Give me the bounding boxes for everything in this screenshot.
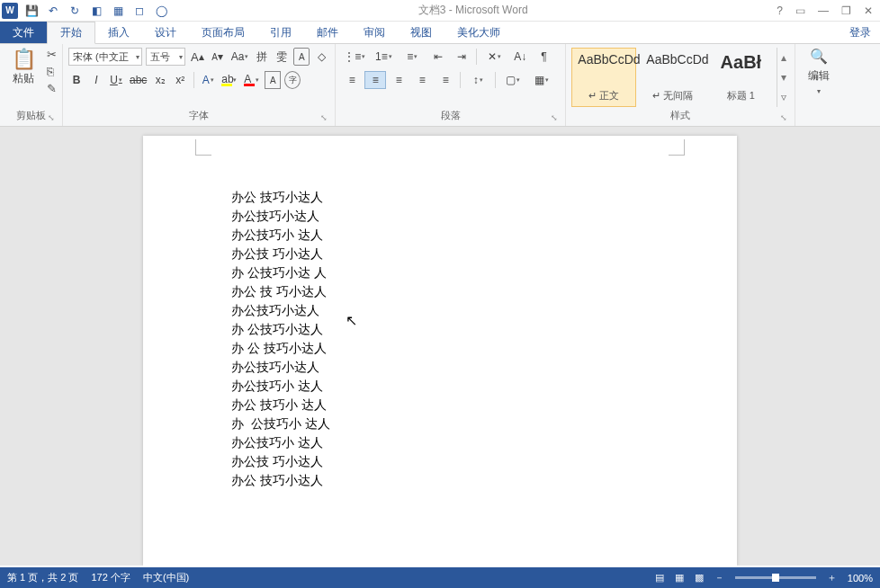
- borders-button[interactable]: ▦: [528, 71, 555, 89]
- show-marks-icon[interactable]: ¶: [533, 48, 554, 66]
- tab-insert[interactable]: 插入: [95, 22, 142, 43]
- tab-layout[interactable]: 页面布局: [189, 22, 257, 43]
- document-text[interactable]: 办公 技巧小达人办公技巧小达人办公技巧小 达人办公技 巧小达人办 公技巧小达 人…: [143, 188, 737, 490]
- restore-icon[interactable]: ❐: [841, 4, 851, 17]
- increase-indent-icon[interactable]: ⇥: [451, 48, 472, 66]
- grow-font-icon[interactable]: A▴: [189, 48, 206, 66]
- tab-beautify[interactable]: 美化大师: [444, 22, 513, 43]
- tab-references[interactable]: 引用: [257, 22, 304, 43]
- change-case-button[interactable]: Aa: [229, 48, 251, 66]
- highlight-button[interactable]: ab: [220, 71, 238, 89]
- web-layout-icon[interactable]: ▩: [695, 572, 704, 584]
- circle-icon[interactable]: ◯: [153, 3, 169, 19]
- line-spacing-button[interactable]: ↕: [464, 71, 491, 89]
- sort-icon[interactable]: A↓: [509, 48, 531, 66]
- text-line[interactable]: 办公技 巧小达人: [231, 245, 737, 263]
- tab-mailings[interactable]: 邮件: [304, 22, 351, 43]
- bullets-button[interactable]: ⋮≡: [341, 48, 368, 66]
- zoom-level[interactable]: 100%: [848, 573, 873, 584]
- tab-design[interactable]: 设计: [142, 22, 189, 43]
- text-line[interactable]: 办公 技巧小达人: [231, 471, 737, 490]
- print-layout-icon[interactable]: ▦: [675, 572, 684, 584]
- text-line[interactable]: 办公技巧小达人: [231, 207, 737, 226]
- char-shading-icon[interactable]: A: [265, 71, 281, 89]
- multilevel-button[interactable]: ≡: [399, 48, 426, 66]
- find-button[interactable]: 🔍 编辑 ▾: [801, 48, 837, 95]
- clipboard-launcher-icon[interactable]: ⤡: [48, 113, 55, 122]
- read-mode-icon[interactable]: ▤: [655, 572, 664, 584]
- text-line[interactable]: 办 公 技巧小达人: [231, 339, 737, 358]
- format-painter-icon[interactable]: ✎: [47, 82, 57, 95]
- document-area[interactable]: 办公 技巧小达人办公技巧小达人办公技巧小 达人办公技 巧小达人办 公技巧小达 人…: [0, 127, 880, 566]
- text-direction-button[interactable]: ✕: [480, 48, 507, 66]
- text-line[interactable]: 办 公技巧小 达人: [231, 414, 737, 433]
- style-normal[interactable]: AaBbCcDd ↵ 正文: [571, 48, 636, 107]
- italic-button[interactable]: I: [88, 71, 104, 89]
- underline-button[interactable]: U: [108, 71, 124, 89]
- table-icon[interactable]: ▦: [110, 3, 126, 19]
- status-page[interactable]: 第 1 页，共 2 页: [7, 571, 78, 584]
- shading-button[interactable]: ▢: [499, 71, 526, 89]
- status-language[interactable]: 中文(中国): [143, 571, 189, 584]
- zoom-thumb[interactable]: [772, 574, 779, 582]
- char-border-icon[interactable]: 雯: [274, 48, 290, 66]
- close-icon[interactable]: ✕: [864, 4, 873, 17]
- text-line[interactable]: 办公技巧小 达人: [231, 226, 737, 245]
- tab-home[interactable]: 开始: [47, 22, 95, 44]
- font-name-select[interactable]: 宋体 (中文正: [68, 48, 142, 66]
- enclose-char-icon[interactable]: A: [293, 48, 310, 66]
- undo-icon[interactable]: ↶: [45, 3, 61, 19]
- help-icon[interactable]: ?: [777, 4, 783, 17]
- phonetic-guide-icon[interactable]: 拼: [254, 48, 270, 66]
- align-right-button[interactable]: ≡: [388, 71, 409, 89]
- decrease-indent-icon[interactable]: ⇤: [427, 48, 449, 66]
- text-line[interactable]: 办公技 巧小达人: [231, 452, 737, 471]
- style-heading1[interactable]: AaBł 标题 1: [708, 48, 773, 107]
- text-effects-button[interactable]: A: [200, 71, 216, 89]
- text-line[interactable]: 办公 技巧小 达人: [231, 396, 737, 414]
- cut-icon[interactable]: ✂: [47, 48, 57, 61]
- enclose-char2-icon[interactable]: 字: [284, 71, 301, 89]
- clear-format-icon[interactable]: ◇: [313, 48, 329, 66]
- copy-icon[interactable]: ⎘: [47, 65, 57, 78]
- redo-icon[interactable]: ↻: [67, 3, 83, 19]
- text-line[interactable]: 办公 技 巧小达人: [231, 282, 737, 301]
- bold-button[interactable]: B: [68, 71, 85, 89]
- align-center-button[interactable]: ≡: [364, 71, 386, 89]
- align-justify-button[interactable]: ≡: [411, 71, 433, 89]
- login-button[interactable]: 登录: [840, 22, 880, 43]
- text-line[interactable]: 办公技巧小 达人: [231, 377, 737, 396]
- status-words[interactable]: 172 个字: [91, 571, 130, 584]
- shrink-font-icon[interactable]: A▾: [210, 48, 226, 66]
- tab-review[interactable]: 审阅: [351, 22, 398, 43]
- new-icon[interactable]: ◻: [131, 3, 148, 19]
- font-launcher-icon[interactable]: ⤡: [320, 113, 328, 122]
- tab-file[interactable]: 文件: [0, 22, 47, 43]
- align-left-button[interactable]: ≡: [341, 71, 363, 89]
- save-icon[interactable]: 💾: [23, 3, 40, 19]
- strikethrough-button[interactable]: abc: [128, 71, 148, 89]
- text-line[interactable]: 办 公技巧小达 人: [231, 263, 737, 282]
- superscript-button[interactable]: x²: [172, 71, 188, 89]
- font-size-select[interactable]: 五号: [146, 48, 185, 66]
- shapes-icon[interactable]: ◧: [88, 3, 104, 19]
- zoom-out-icon[interactable]: －: [714, 571, 724, 584]
- style-no-spacing[interactable]: AaBbCcDd ↵ 无间隔: [640, 48, 705, 107]
- text-line[interactable]: 办 公技巧小达人: [231, 320, 737, 339]
- numbering-button[interactable]: 1≡: [370, 48, 397, 66]
- text-line[interactable]: 办公技巧小达人: [231, 301, 737, 320]
- zoom-in-icon[interactable]: ＋: [827, 571, 837, 584]
- text-line[interactable]: 办公技巧小达人: [231, 358, 737, 377]
- text-line[interactable]: 办公技巧小 达人: [231, 433, 737, 452]
- page[interactable]: 办公 技巧小达人办公技巧小达人办公技巧小 达人办公技 巧小达人办 公技巧小达 人…: [143, 136, 737, 566]
- paragraph-launcher-icon[interactable]: ⤡: [551, 113, 558, 122]
- text-line[interactable]: 办公 技巧小达人: [231, 188, 737, 207]
- tab-view[interactable]: 视图: [398, 22, 444, 43]
- subscript-button[interactable]: x₂: [152, 71, 168, 89]
- align-distribute-button[interactable]: ≡: [435, 71, 456, 89]
- zoom-slider[interactable]: [735, 576, 816, 579]
- ribbon-toggle-icon[interactable]: ▭: [795, 4, 805, 17]
- styles-launcher-icon[interactable]: ⤡: [780, 113, 787, 122]
- minimize-icon[interactable]: —: [818, 4, 829, 17]
- font-color-button[interactable]: A: [242, 71, 261, 89]
